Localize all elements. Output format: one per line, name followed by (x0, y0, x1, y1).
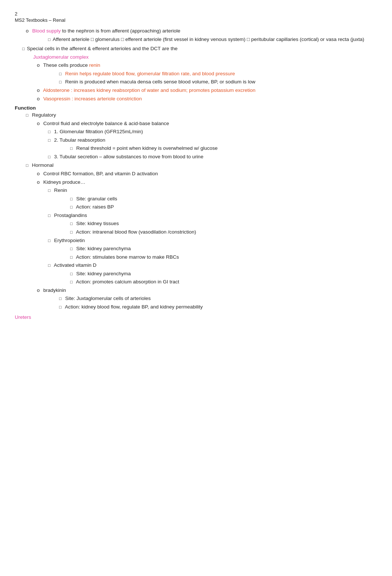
regulatory-section: Regulatory Control fluid and electrolyte… (15, 111, 377, 160)
renin-desc1-line: Renin helps regulate blood flow, glomeru… (15, 70, 377, 77)
function-section: Function Regulatory Control fluid and el… (15, 105, 377, 311)
ery-site-line: Site: kidney parenchyma (15, 245, 377, 252)
vd-site-line: Site: kidney parenchyma (15, 270, 377, 277)
kidneys-produce-text: Kidneys produce… (43, 179, 85, 185)
vasopressin-line: Vasopressin : increases arteriole constr… (15, 95, 377, 103)
vitamin-d-label: Activated vitamin D (54, 262, 97, 268)
renin-site-line: Site: granular cells (15, 195, 377, 203)
erythropoietin-line: Erythropoietin (15, 237, 377, 244)
bk-action-line: Action: kidney blood flow, regulate BP, … (15, 303, 377, 311)
these-cells-text: These cells produce (43, 62, 89, 68)
renin-desc2-line: Renin is produced when macula densa cell… (15, 78, 377, 86)
item2-text: 2. Tubular reabsorption (54, 137, 105, 143)
special-cells-line: Special cells in the afferent & efferent… (15, 45, 377, 52)
bullet-sq-vda (70, 279, 75, 284)
renin-sub-line: Renin (15, 187, 377, 194)
renin-action-line: Action: raises BP (15, 203, 377, 211)
bullet-o (26, 28, 31, 34)
hormonal-section: Hormonal Control RBC formation, BP, and … (15, 162, 377, 310)
ureters-section: Ureters (15, 314, 377, 320)
bullet-sq-renin (48, 187, 53, 193)
bullet-sq-vd (48, 262, 53, 268)
page-source: MS2 Textbooks – Renal (15, 17, 377, 23)
bullet-sq-item2 (48, 137, 53, 143)
regulatory-line: Regulatory (15, 111, 377, 119)
bk-site-line: Site: Juxtaglomerular cells of arteriole… (15, 295, 377, 302)
pro-action-line: Action: intrarenal blood flow (vasodilat… (15, 228, 377, 236)
bullet-o-2 (37, 62, 42, 68)
renal-threshold-line: Renal threshold = point when kidney is o… (15, 145, 377, 152)
bullet-o-bk (37, 287, 42, 293)
bullet-sq-ery (48, 238, 53, 243)
control-text: Control fluid and electrolyte balance & … (43, 121, 169, 126)
bullet-sq-3 (59, 71, 64, 76)
hormonal-label: Hormonal (32, 162, 54, 168)
renin-action: Action: raises BP (76, 204, 114, 210)
renin-label: renin (89, 62, 100, 68)
juxtaglomerular-label-line: Juxtaglomerular complex (15, 54, 377, 61)
pro-site: Site: kidney tissues (76, 221, 119, 226)
horm-control-line: Control RBC formation, BP, and vitamin D… (15, 170, 377, 177)
item1-line: 1. Glomerular filtration (GFR125mL/min) (15, 128, 377, 135)
horm-control-text: Control RBC formation, BP, and vitamin D… (43, 171, 158, 176)
item2-line: 2. Tubular reabsorption (15, 137, 377, 144)
aldosterone-label: Aldosterone (43, 87, 70, 93)
blood-supply-section: Blood supply to the nephron is from affe… (15, 27, 377, 43)
ery-action: Action: stimulates bone marrow to make R… (76, 254, 179, 260)
vasopressin-label: Vasopressin (43, 96, 70, 101)
special-cells-section: Special cells in the afferent & efferent… (15, 45, 377, 102)
ureters-label: Ureters (15, 314, 31, 320)
renal-threshold-text: Renal threshold = point when kidney is o… (76, 145, 217, 151)
special-cells-text: Special cells in the afferent & efferent… (27, 46, 178, 51)
blood-supply-label: Blood supply (32, 28, 61, 34)
bullet-o-horm (37, 171, 42, 176)
vd-action: Action: promotes calcium absorption in G… (76, 279, 179, 284)
bullet-o-reg (37, 121, 42, 126)
regulatory-label: Regulatory (32, 112, 56, 118)
item3-line: 3. Tubular secretion – allow substances … (15, 153, 377, 161)
vd-site: Site: kidney parenchyma (76, 271, 131, 276)
kidneys-produce-line: Kidneys produce… (15, 179, 377, 186)
blood-supply-suffix: to the nephron is from afferent (approac… (61, 28, 180, 34)
vd-action-line: Action: promotes calcium absorption in G… (15, 278, 377, 286)
aldosterone-line: Aldosterone : increases kidney reabsorpt… (15, 87, 377, 94)
blood-supply-line: Blood supply to the nephron is from affe… (15, 27, 377, 35)
bullet-sq-item3 (48, 154, 53, 159)
bullet-sq-item1 (48, 129, 53, 134)
bk-site: Site: Juxtaglomerular cells of arteriole… (65, 296, 151, 301)
control-line: Control fluid and electrolyte balance & … (15, 120, 377, 127)
bk-action: Action: kidney blood flow, regulate BP, … (65, 304, 203, 310)
bullet-sq-reg (26, 112, 31, 118)
vitamin-d-line: Activated vitamin D (15, 262, 377, 269)
bullet-sq-ea (70, 254, 75, 260)
prostaglandins-line: Prostaglandins (15, 212, 377, 219)
renin-sub-label: Renin (54, 187, 67, 193)
bullet-sq2 (22, 46, 27, 51)
pro-action: Action: intrarenal blood flow (vasodilat… (76, 229, 196, 235)
bullet-o-3 (37, 87, 42, 93)
bullet-o-kp (37, 179, 42, 185)
bullet-sq-ra (70, 204, 75, 210)
bullet-sq-ps (70, 221, 75, 226)
bullet-sq-vds (70, 271, 75, 276)
bullet-sq-horm (26, 162, 31, 168)
bullet-sq-rs (70, 196, 75, 201)
renin-desc1: Renin helps regulate blood flow, glomeru… (65, 71, 235, 76)
prostaglandins-label: Prostaglandins (54, 213, 87, 218)
function-heading: Function (15, 105, 377, 111)
bradykinin-label: bradykinin (43, 287, 66, 293)
blood-supply-sub1: Afferent arteriole □ glomerulus □ effere… (15, 36, 377, 43)
bullet-sq-4 (59, 79, 64, 84)
bullet-o-4 (37, 96, 42, 101)
pro-site-line: Site: kidney tissues (15, 220, 377, 227)
bullet-sq-es (70, 246, 75, 251)
bradykinin-line: bradykinin (15, 287, 377, 294)
these-cells-line: These cells produce renin (15, 62, 377, 69)
ery-action-line: Action: stimulates bone marrow to make R… (15, 253, 377, 261)
bullet-sq (48, 37, 53, 42)
bullet-sq-pro (48, 213, 53, 218)
bullet-sq-bka (59, 304, 64, 310)
bullet-sq-rt (70, 145, 75, 151)
item1-text: 1. Glomerular filtration (GFR125mL/min) (54, 129, 143, 134)
bullet-sq-pa (70, 229, 75, 235)
